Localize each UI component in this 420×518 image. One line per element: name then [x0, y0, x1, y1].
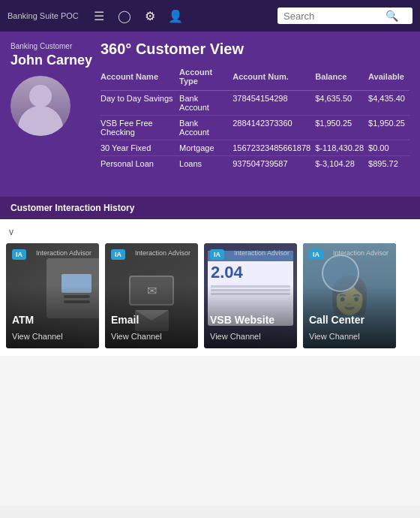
call-badge: IA: [309, 249, 323, 260]
view-title: 360° Customer View: [100, 41, 410, 58]
col-available: Available: [368, 65, 410, 91]
cell-available: $1,950.25: [368, 116, 410, 140]
search-icon: 🔍: [386, 10, 398, 22]
cell-available: $895.72: [368, 156, 410, 172]
channels-row: IA Interaction Advisor ATM View Channel …: [6, 243, 414, 348]
customer-banner: Banking Customer John Carney 360° Custom…: [0, 32, 420, 197]
app-title: Banking Suite POC: [8, 11, 79, 20]
call-name: Call Center: [309, 314, 364, 326]
accounts-table: Account Name Account Type Account Num. B…: [100, 65, 410, 171]
call-subtitle: Interaction Advisor: [333, 249, 388, 257]
settings-icon[interactable]: ⚙: [142, 8, 158, 24]
cell-account-number: 937504739587: [232, 156, 315, 172]
col-account-num: Account Num.: [232, 65, 315, 91]
banking-label: Banking Customer: [10, 42, 72, 50]
col-balance: Balance: [315, 65, 368, 91]
search-input[interactable]: [284, 11, 381, 22]
vsb-name: VSB Website: [210, 314, 274, 326]
cell-balance: $-118,430.28: [315, 140, 368, 156]
col-account-name: Account Name: [100, 65, 179, 91]
channel-card-vsb[interactable]: VSB 2.04 IA Interaction Advisor VSB Webs…: [204, 243, 297, 348]
vsb-subtitle: Interaction Advisor: [234, 249, 290, 257]
cell-balance: $1,950.25: [315, 116, 368, 140]
table-row: Day to Day Savings Bank Account 37845415…: [100, 91, 410, 116]
customer-name: John Carney: [10, 53, 92, 68]
interaction-history-label: Customer Interaction History: [10, 203, 134, 213]
channels-label: v: [6, 227, 414, 237]
cell-available: $0.00: [368, 140, 410, 156]
account-section: 360° Customer View Account Name Account …: [93, 41, 410, 171]
cell-account-name: 30 Year Fixed: [100, 140, 179, 156]
cell-account-name: Day to Day Savings: [100, 91, 179, 116]
col-account-type: Account Type: [179, 65, 232, 91]
email-view-channel[interactable]: View Channel: [111, 332, 162, 341]
atm-name: ATM: [12, 314, 34, 326]
list-icon[interactable]: ☰: [91, 8, 107, 24]
vsb-badge: IA: [210, 249, 224, 260]
customer-info: Banking Customer John Carney: [10, 41, 93, 136]
cell-balance: $4,635.50: [315, 91, 368, 116]
cell-account-name: VSB Fee Free Checking: [100, 116, 179, 140]
email-badge: IA: [111, 249, 125, 260]
atm-view-channel[interactable]: View Channel: [12, 332, 63, 341]
table-row: 30 Year Fixed Mortgage 15672323485661878…: [100, 140, 410, 156]
people-icon[interactable]: 👤: [167, 8, 184, 24]
channels-section: v IA Interaction Advisor ATM View Channe…: [0, 219, 420, 356]
cell-account-number: 2884142373360: [232, 116, 315, 140]
channel-card-email[interactable]: IA Interaction Advisor Email View Channe…: [105, 243, 198, 348]
atm-badge: IA: [12, 249, 26, 260]
avatar: [10, 76, 70, 136]
check-icon[interactable]: ◯: [116, 8, 133, 24]
atm-subtitle: Interaction Advisor: [36, 249, 92, 257]
interaction-history-bar[interactable]: Customer Interaction History: [0, 197, 420, 219]
email-subtitle: Interaction Advisor: [135, 249, 190, 257]
cell-account-type: Bank Account: [179, 116, 232, 140]
cell-balance: $-3,104.28: [315, 156, 368, 172]
cell-account-number: 378454154298: [232, 91, 315, 116]
cell-available: $4,435.40: [368, 91, 410, 116]
vsb-view-channel[interactable]: View Channel: [210, 332, 261, 341]
top-navigation: Banking Suite POC ☰ ◯ ⚙ 👤 🔍: [0, 0, 420, 32]
search-bar: 🔍: [278, 8, 412, 24]
channel-card-call[interactable]: 👩 IA Interaction Advisor Call Center Vie…: [303, 243, 396, 348]
email-name: Email: [111, 314, 139, 326]
cell-account-type: Bank Account: [179, 91, 232, 116]
table-row: Personal Loan Loans 937504739587 $-3,104…: [100, 156, 410, 172]
call-view-channel[interactable]: View Channel: [309, 332, 360, 341]
cell-account-type: Mortgage: [179, 140, 232, 156]
cell-account-type: Loans: [179, 156, 232, 172]
cell-account-number: 15672323485661878: [232, 140, 315, 156]
cell-account-name: Personal Loan: [100, 156, 179, 172]
channel-card-atm[interactable]: IA Interaction Advisor ATM View Channel: [6, 243, 99, 348]
table-row: VSB Fee Free Checking Bank Account 28841…: [100, 116, 410, 140]
bottom-area: [0, 356, 420, 506]
